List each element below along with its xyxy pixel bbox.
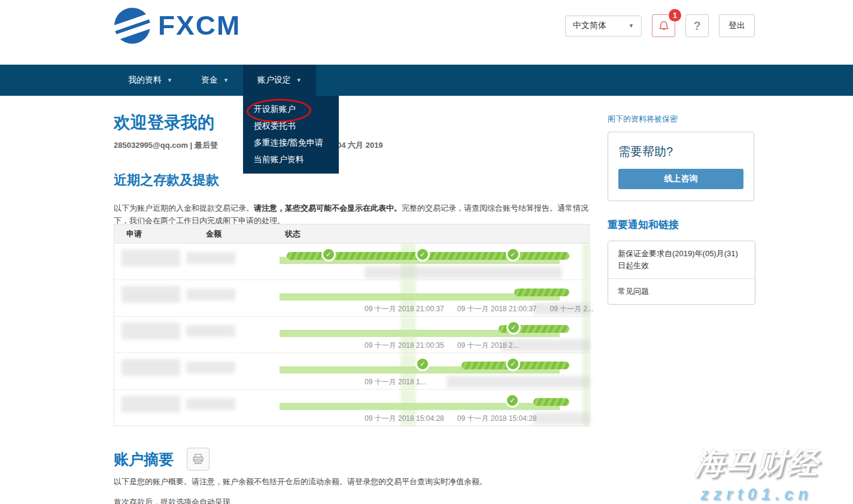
check-icon: ✓	[415, 357, 430, 371]
account-settings-dropdown: 开设新账户 授权委托书 多重连接/豁免申请 当前账户资料	[243, 96, 339, 174]
check-icon: ✓	[321, 247, 336, 262]
link-item-faq[interactable]: 常见问题	[608, 278, 755, 304]
nav-item-account-settings[interactable]: 账户设定 ▼ 开设新账户 授权委托书 多重连接/豁免申请 当前账户资料	[243, 65, 316, 96]
chevron-down-icon: ▼	[223, 77, 229, 83]
help-button[interactable]: ?	[685, 14, 709, 37]
summary-description: 以下是您的账户概要。请注意，账户余额不包括开仓后的流动余额。请登录您的交易平台查…	[114, 476, 487, 487]
watermark: 海马财经 zzrt01.cn	[664, 444, 849, 504]
logo-text: FXCM	[158, 10, 241, 41]
table-header: 申请 金额 状态	[114, 224, 589, 244]
nav-label: 账户设定	[257, 75, 291, 86]
dropdown-label: 开设新账户	[254, 104, 296, 114]
language-label: 中文简体	[573, 20, 606, 31]
status-dates: 09 十一月 2018 21:00:35 09 十一月 2018 2...	[365, 341, 532, 351]
separator-glyph: |	[190, 141, 193, 150]
progress-bar	[533, 398, 569, 406]
dropdown-item-power-of-attorney[interactable]: 授权委托书	[243, 118, 339, 135]
redaction-blur	[186, 325, 235, 337]
progress-bar	[514, 289, 569, 296]
notification-badge: 1	[669, 9, 681, 22]
deposits-desc-bold: 请注意，某些交易可能不会显示在此表中。	[254, 204, 402, 212]
fxcm-logo-icon	[114, 7, 151, 44]
table-row: 09 十一月 2018 21:00:37 09 十一月 2018 21:00:3…	[114, 280, 589, 317]
header-controls: 中文简体 ▼ 1 ? 登出	[565, 14, 755, 37]
redaction-blur	[447, 376, 590, 388]
nav-label: 我的资料	[128, 75, 162, 86]
logout-label: 登出	[728, 20, 745, 31]
help-card: 需要帮助? 线上咨询	[608, 132, 754, 201]
notifications-button[interactable]: 1	[652, 14, 675, 37]
print-button[interactable]	[187, 448, 210, 470]
column-header-status: 状态	[285, 229, 589, 239]
redaction-blur	[122, 396, 180, 412]
dropdown-item-current-account-info[interactable]: 当前账户资料	[243, 151, 339, 168]
links-section-title: 重要通知和链接	[608, 218, 679, 232]
status-dates: 09 十一月 2018 1...	[365, 377, 453, 387]
page-title: 欢迎登录我的	[114, 111, 214, 134]
main-nav: 我的资料 ▼ 资金 ▼ 账户设定 ▼ 开设新账户 授权委托书 多重连接/豁免申请…	[0, 65, 853, 96]
logout-button[interactable]: 登出	[719, 14, 755, 37]
privacy-note: 阁下的资料将被保密	[608, 114, 678, 125]
table-row: ✓ ✓ ✓	[114, 244, 589, 280]
deposits-desc-part1: 以下为账户近期的入金和提款交易记录。	[114, 204, 254, 212]
redaction-blur	[365, 266, 562, 278]
help-card-title: 需要帮助?	[618, 144, 743, 160]
dropdown-label: 多重连接/豁免申请	[254, 138, 323, 147]
status-date: 09 十一月 2018 21:00:35	[365, 341, 444, 351]
bell-icon	[658, 20, 670, 32]
column-header-request: 申请	[114, 229, 206, 239]
redaction-blur	[122, 286, 180, 303]
chevron-down-icon: ▼	[296, 77, 302, 83]
dropdown-item-multi-link-waiver[interactable]: 多重连接/豁免申请	[243, 135, 339, 151]
check-icon: ✓	[505, 393, 520, 408]
table-row: ✓ 09 十一月 2018 21:00:35 09 十一月 2018 2...	[114, 317, 589, 353]
fxcm-logo: FXCM	[114, 7, 241, 44]
link-item-margin-notice[interactable]: 新保证金要求自(2019)年(05)月(31)日起生效	[608, 241, 755, 278]
printer-icon	[192, 453, 204, 465]
summary-note: 首次存款后，提款选项会自动呈现	[114, 497, 230, 504]
dropdown-label: 当前账户资料	[254, 154, 304, 164]
chevron-down-icon: ▼	[629, 23, 634, 29]
summary-section-title: 账户摘要	[114, 450, 174, 469]
dropdown-label: 授权委托书	[254, 121, 296, 130]
check-icon: ✓	[506, 247, 520, 262]
check-icon: ✓	[506, 357, 520, 371]
status-date: 09 十一月 2018 1...	[365, 377, 426, 387]
redaction-blur	[186, 289, 235, 300]
nav-item-funds[interactable]: 资金 ▼	[187, 65, 243, 96]
redaction-blur	[122, 323, 180, 339]
status-dates: 09 十一月 2018 21:00:37 09 十一月 2018 21:00:3…	[365, 304, 593, 314]
status-date: 09 十一月 2018 21:00:37	[457, 304, 537, 314]
deposits-section-title: 近期之存款及提款	[114, 171, 219, 189]
status-date: 09 十一月 2018 21:00:37	[365, 304, 444, 314]
check-icon: ✓	[506, 320, 521, 335]
status-date: 09 十一月 2018 15:04:28	[365, 414, 444, 424]
check-icon: ✓	[415, 247, 430, 262]
table-row: ✓ 09 十一月 2018 15:04:28 09 十一月 2018 15:04…	[114, 390, 589, 426]
redaction-blur	[122, 359, 180, 376]
links-list: 新保证金要求自(2019)年(05)月(31)日起生效 常见问题	[608, 241, 755, 305]
redaction-blur	[186, 398, 235, 410]
dropdown-item-open-new-account[interactable]: 开设新账户	[243, 101, 339, 118]
status-date: 09 十一月 2018 2...	[457, 341, 519, 351]
page-header: FXCM 中文简体 ▼ 1 ? 登出	[0, 0, 853, 65]
account-info-line: 285032995@qq.com | 最后登 04 六月 2019	[114, 140, 590, 151]
summary-section-header: 账户摘要	[114, 448, 210, 470]
transactions-table: 申请 金额 状态 ✓ ✓ ✓	[114, 224, 590, 426]
redaction-blur	[582, 244, 589, 280]
status-date: 09 十一月 2018 15:04:28	[457, 414, 537, 424]
redaction-blur	[186, 362, 235, 374]
status-date: 09 十一月 2...	[550, 304, 594, 314]
nav-label: 资金	[201, 75, 218, 86]
watermark-brand: 海马财经	[664, 444, 849, 484]
last-login-prefix: 最后登	[195, 141, 218, 150]
table-row: ✓ ✓ 09 十一月 2018 1...	[114, 353, 589, 390]
last-login-date: 04 六月 2019	[337, 140, 383, 151]
status-dates: 09 十一月 2018 15:04:28 09 十一月 2018 15:04:2…	[365, 414, 550, 424]
chevron-down-icon: ▼	[167, 77, 172, 83]
live-chat-button[interactable]: 线上咨询	[618, 169, 743, 189]
nav-item-my-profile[interactable]: 我的资料 ▼	[114, 65, 187, 96]
language-selector[interactable]: 中文简体 ▼	[565, 16, 642, 37]
watermark-site: zzrt01.cn	[664, 485, 849, 504]
redaction-blur	[186, 252, 235, 264]
